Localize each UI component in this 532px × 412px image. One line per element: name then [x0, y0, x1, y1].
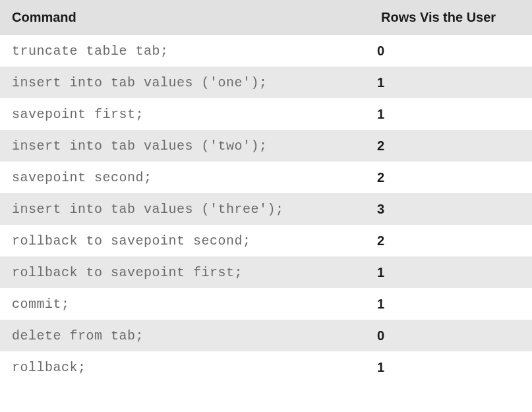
cell-rows-visible: 1	[369, 67, 532, 98]
cell-rows-visible: 2	[369, 162, 532, 193]
cell-rows-visible: 3	[369, 193, 532, 225]
table-row: rollback to savepoint first; 1	[0, 256, 532, 288]
table-row: insert into tab values ('one'); 1	[0, 67, 532, 98]
table-header-row: Command Rows Vis the User	[0, 0, 532, 35]
table-row: savepoint first; 1	[0, 98, 532, 130]
header-rows-visible: Rows Vis the User	[369, 0, 532, 35]
table-row: delete from tab; 0	[0, 320, 532, 351]
cell-command: savepoint second;	[0, 162, 369, 193]
cell-command: delete from tab;	[0, 320, 369, 351]
cell-command: rollback;	[0, 351, 369, 383]
cell-command: rollback to savepoint first;	[0, 256, 369, 288]
header-command: Command	[0, 0, 369, 35]
cell-rows-visible: 2	[369, 225, 532, 256]
table-row: truncate table tab; 0	[0, 35, 532, 67]
cell-rows-visible: 1	[369, 98, 532, 130]
table-row: insert into tab values ('two'); 2	[0, 130, 532, 162]
cell-command: insert into tab values ('three');	[0, 193, 369, 225]
cell-rows-visible: 1	[369, 256, 532, 288]
cell-command: insert into tab values ('two');	[0, 130, 369, 162]
table-row: rollback; 1	[0, 351, 532, 383]
cell-rows-visible: 0	[369, 320, 532, 351]
cell-command: commit;	[0, 288, 369, 320]
table-row: rollback to savepoint second; 2	[0, 225, 532, 256]
cell-command: truncate table tab;	[0, 35, 369, 67]
table-row: insert into tab values ('three'); 3	[0, 193, 532, 225]
cell-rows-visible: 1	[369, 288, 532, 320]
table-row: savepoint second; 2	[0, 162, 532, 193]
table-row: commit; 1	[0, 288, 532, 320]
cell-rows-visible: 1	[369, 351, 532, 383]
cell-rows-visible: 2	[369, 130, 532, 162]
table-body: truncate table tab; 0 insert into tab va…	[0, 35, 532, 383]
cell-rows-visible: 0	[369, 35, 532, 67]
cell-command: savepoint first;	[0, 98, 369, 130]
sql-transaction-table: Command Rows Vis the User truncate table…	[0, 0, 532, 383]
cell-command: rollback to savepoint second;	[0, 225, 369, 256]
cell-command: insert into tab values ('one');	[0, 67, 369, 98]
